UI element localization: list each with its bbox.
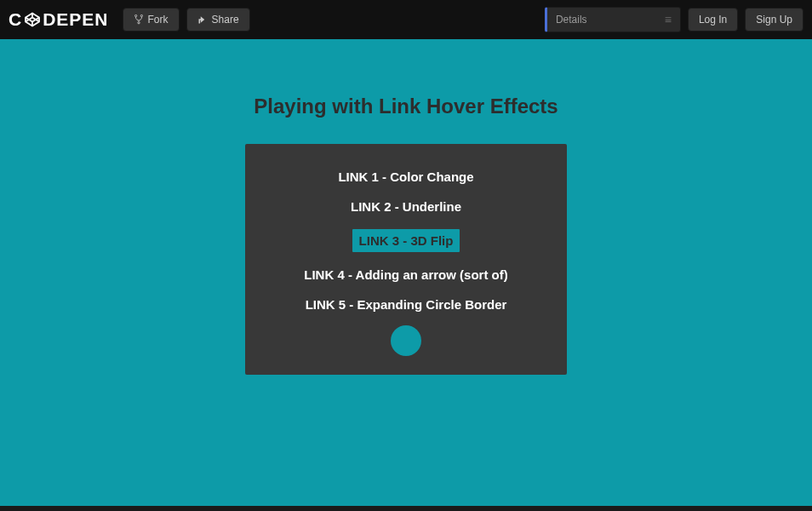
codepen-logo[interactable]: C DEPEN (9, 9, 109, 30)
logo-text-left: C (9, 9, 22, 30)
share-icon (197, 14, 208, 25)
logo-cube-icon (23, 10, 42, 29)
page-title: Playing with Link Hover Effects (254, 95, 558, 118)
fork-label: Fork (148, 14, 169, 26)
link-5-circle-border[interactable]: LINK 5 - Expanding Circle Border (306, 297, 507, 312)
fork-button[interactable]: Fork (123, 8, 180, 32)
link-3-3d-flip[interactable]: LINK 3 - 3D Flip (352, 229, 460, 252)
link-2-underline[interactable]: LINK 2 - Underline (351, 199, 461, 214)
share-label: Share (212, 14, 239, 26)
link-1-color-change[interactable]: LINK 1 - Color Change (338, 169, 473, 184)
link-5-wrapper: LINK 5 - Expanding Circle Border (306, 297, 507, 356)
details-dropdown[interactable]: Details (545, 7, 681, 32)
signup-button[interactable]: Sign Up (745, 8, 803, 32)
content-area: Playing with Link Hover Effects LINK 1 -… (0, 39, 812, 506)
link-demo-box: LINK 1 - Color Change LINK 2 - Underline… (245, 144, 567, 375)
logo-text-right: DEPEN (43, 9, 108, 30)
fork-icon (134, 14, 144, 25)
details-label: Details (556, 14, 587, 26)
footer-bar (0, 506, 812, 511)
login-label: Log In (699, 14, 727, 26)
link-4-arrow[interactable]: LINK 4 - Adding an arrow (sort of) (304, 267, 507, 282)
login-button[interactable]: Log In (688, 8, 738, 32)
share-button[interactable]: Share (186, 8, 250, 32)
signup-label: Sign Up (756, 14, 792, 26)
header-bar: C DEPEN Fork Share Details (0, 0, 812, 39)
expanding-circle-icon (391, 325, 421, 356)
